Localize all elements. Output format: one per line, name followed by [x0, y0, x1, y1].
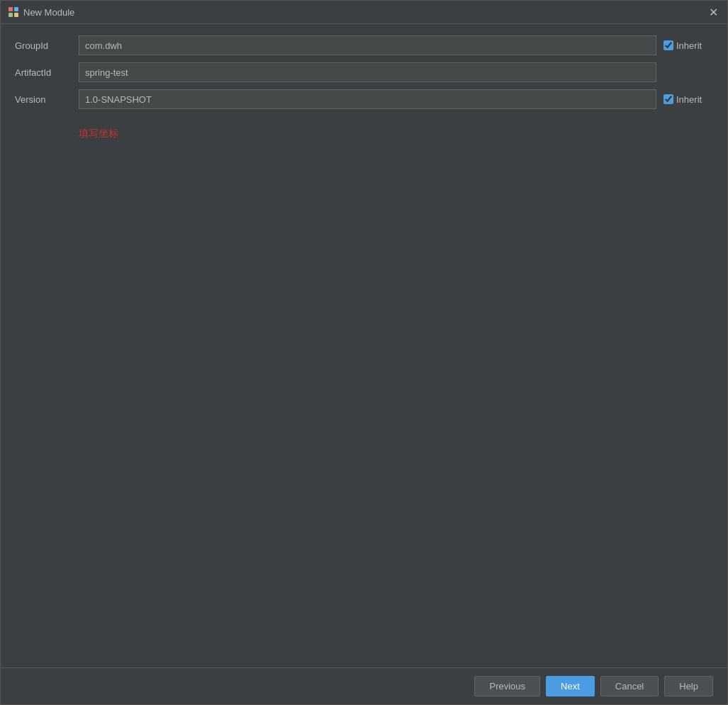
svg-rect-3: [14, 13, 18, 17]
version-label: Version: [15, 94, 79, 105]
cancel-button[interactable]: Cancel: [600, 676, 659, 696]
groupid-row: GroupId Inherit: [15, 35, 713, 55]
version-inherit-section: Inherit: [663, 94, 702, 105]
version-input[interactable]: [79, 89, 656, 109]
help-button[interactable]: Help: [664, 676, 713, 696]
svg-rect-1: [14, 7, 18, 11]
groupid-inherit-checkbox[interactable]: [663, 40, 673, 50]
svg-rect-0: [9, 7, 13, 11]
dialog-footer: Previous Next Cancel Help: [1, 667, 727, 704]
artifactid-label: ArtifactId: [15, 67, 79, 78]
groupid-inherit-label: Inherit: [676, 40, 702, 51]
version-inherit-checkbox[interactable]: [663, 94, 673, 104]
next-button[interactable]: Next: [546, 676, 595, 696]
artifactid-row: ArtifactId: [15, 62, 713, 82]
svg-rect-2: [9, 13, 13, 17]
dialog-body: GroupId Inherit ArtifactId Version Inher…: [1, 24, 727, 667]
hint-text: 填写坐标: [79, 128, 713, 140]
title-bar: New Module ✕: [1, 1, 727, 24]
title-bar-left: New Module: [8, 6, 74, 18]
close-button[interactable]: ✕: [706, 5, 720, 19]
artifactid-input[interactable]: [79, 62, 656, 82]
new-module-dialog: New Module ✕ GroupId Inherit ArtifactId …: [0, 0, 728, 705]
version-row: Version Inherit: [15, 89, 713, 109]
groupid-label: GroupId: [15, 40, 79, 51]
previous-button[interactable]: Previous: [474, 676, 540, 696]
groupid-input[interactable]: [79, 35, 656, 55]
groupid-inherit-section: Inherit: [663, 40, 702, 51]
module-icon: [8, 6, 19, 18]
version-inherit-label: Inherit: [676, 94, 702, 105]
dialog-title: New Module: [23, 7, 74, 18]
